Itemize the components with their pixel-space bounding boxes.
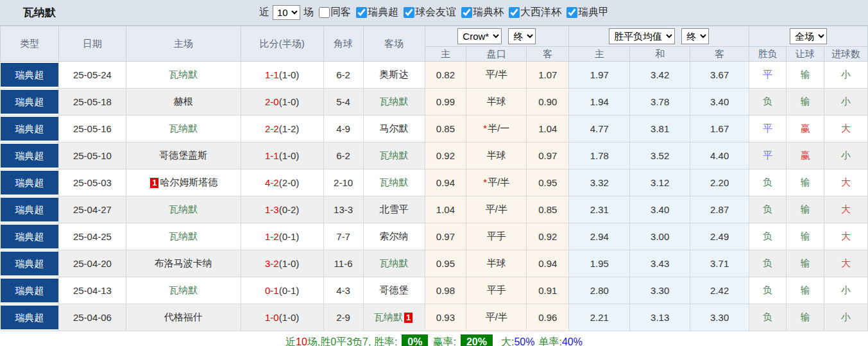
fulltime-score: 1-2: [265, 231, 279, 242]
result-group-header: 全场: [749, 26, 868, 47]
table-row: 瑞典超 25-05-18 赫根 2-0(1-0) 5-4 瓦纳默 0.99 半球…: [1, 89, 868, 116]
europe-home-odds-cell: 1.97: [569, 62, 630, 89]
team-name-link[interactable]: 瓦纳默: [380, 150, 409, 160]
team-name-link[interactable]: 瓦纳默: [380, 177, 409, 187]
europe-home-odds-cell: 2.21: [569, 304, 630, 331]
asian-home-odds-cell: 0.99: [425, 89, 466, 116]
europe-draw-odds-cell: 3.00: [630, 223, 690, 250]
club-friendly-checkbox[interactable]: [404, 7, 414, 18]
result-text: 大: [841, 177, 851, 187]
corners-cell: 13-3: [323, 196, 363, 223]
date-cell: 25-05-24: [58, 62, 126, 89]
europe-company-select[interactable]: 胜平负均值: [609, 28, 675, 44]
result-text: 大: [841, 230, 851, 241]
team-name-link[interactable]: 哥德堡盖斯: [159, 150, 207, 160]
team-name-link[interactable]: 奥斯达: [380, 69, 409, 80]
team-name-link[interactable]: 瓦纳默: [169, 203, 198, 214]
team-name-link[interactable]: 瓦纳默: [380, 257, 409, 268]
atlantic-cup-checkbox[interactable]: [509, 7, 520, 18]
handicap-cell: *半/一: [466, 116, 527, 143]
team-name-link[interactable]: 瓦纳默: [374, 311, 403, 322]
outcome-cell: 负: [749, 89, 787, 116]
team-name-link[interactable]: 瓦纳默: [169, 230, 198, 241]
subheader-europe-away: 客: [690, 47, 749, 62]
team-name-link[interactable]: 布洛马波卡纳: [155, 257, 212, 268]
handicap-result-cell: 输: [787, 169, 824, 196]
summary-near-label: 近: [285, 336, 296, 346]
league-cell: 瑞典超: [1, 143, 59, 169]
team-name-link[interactable]: 瓦纳默: [169, 69, 198, 80]
team-name-link[interactable]: 赫根: [174, 96, 193, 107]
toolbar-controls: 近 10 场 同客 瑞典超 球会友谊 瑞典杯 大西洋杯: [259, 5, 609, 20]
date-cell: 25-04-06: [58, 304, 126, 331]
halftime-score: (2-0): [279, 177, 300, 188]
asian-home-odds-cell: 0.92: [425, 143, 466, 169]
team-name-link[interactable]: 瓦纳默: [169, 284, 198, 295]
asian-time-select[interactable]: 终: [508, 28, 536, 44]
goals-cell: 小: [824, 277, 868, 304]
europe-draw-odds-cell: 3.42: [630, 62, 690, 89]
asian-company-select[interactable]: Crow*: [457, 28, 502, 44]
team-name-link[interactable]: 代格福什: [164, 311, 203, 322]
handicap-result-cell: 输: [787, 250, 824, 277]
corners-cell: 6-2: [323, 143, 363, 169]
same-away-checkbox[interactable]: [319, 7, 330, 18]
goals-cell: 小: [824, 62, 868, 89]
asian-home-odds-cell: 0.93: [425, 304, 466, 331]
outcome-cell: 负: [749, 250, 787, 277]
corners-cell: 4-3: [323, 277, 363, 304]
single-rate-value: 40%: [562, 336, 583, 346]
asian-away-odds-cell: 0.94: [527, 250, 569, 277]
league-badge: 瑞典超: [1, 171, 58, 195]
europe-away-odds-cell: 3.40: [690, 89, 749, 116]
league-badge: 瑞典超: [1, 198, 58, 221]
team-name-link[interactable]: 索尔纳: [380, 230, 409, 241]
table-row: 瑞典超 25-04-13 瓦纳默 0-1(0-1) 4-3 哥德堡 0.98 平…: [1, 277, 868, 304]
filter-club-friendly: 球会友谊: [400, 6, 456, 19]
europe-away-odds-cell: 2.20: [690, 169, 749, 196]
subheader-handicap: 盘口: [466, 47, 527, 62]
result-text: 输: [801, 177, 810, 187]
score-cell: 3-2(1-0): [241, 250, 323, 277]
result-text: 负: [763, 284, 772, 295]
result-text: 输: [801, 203, 810, 214]
result-scope-select[interactable]: 全场: [790, 28, 827, 44]
team-name-link[interactable]: 北雪平: [380, 203, 409, 214]
superettan-checkbox[interactable]: [566, 7, 577, 18]
europe-home-odds-cell: 1.78: [569, 143, 630, 169]
match-history-panel: 瓦纳默 近 10 场 同客 瑞典超 球会友谊 瑞典杯 大西: [0, 0, 868, 346]
filter-label: 大西洋杯: [520, 6, 561, 19]
corners-cell: 7-7: [323, 223, 363, 250]
team-name-link[interactable]: 瓦纳默: [169, 123, 198, 134]
swedish-cup-checkbox[interactable]: [461, 7, 472, 18]
team-name-link[interactable]: 瓦纳默: [380, 96, 409, 107]
goals-cell: 大: [824, 116, 868, 143]
fulltime-score: 2-0: [265, 96, 279, 107]
result-text: 小: [841, 311, 851, 322]
europe-away-odds-cell: 3.67: [690, 62, 749, 89]
subheader-europe-home: 主: [569, 47, 630, 62]
europe-home-odds-cell: 4.77: [569, 116, 630, 143]
fulltime-score: 3-2: [265, 258, 279, 269]
league-cell: 瑞典超: [1, 89, 59, 116]
europe-time-select[interactable]: 终: [681, 28, 709, 44]
home-team-cell: 瓦纳默: [126, 277, 241, 304]
fulltime-score: 1-1: [265, 69, 279, 80]
away-team-cell: 瓦纳默: [363, 89, 425, 116]
europe-draw-odds-cell: 3.78: [630, 89, 690, 116]
europe-away-odds-cell: 3.71: [690, 250, 749, 277]
col-header-score: 比分(半场): [241, 26, 323, 62]
team-name-link[interactable]: 哈尔姆斯塔德: [160, 177, 217, 187]
score-cell: 1-2(0-1): [241, 223, 323, 250]
recent-count-select[interactable]: 10: [273, 5, 300, 20]
team-name-link[interactable]: 马尔默: [380, 123, 409, 134]
asian-away-odds-cell: 1.04: [527, 116, 569, 143]
allsvenskan-checkbox[interactable]: [356, 7, 367, 18]
asian-home-odds-cell: 0.82: [425, 62, 466, 89]
team-name-link[interactable]: 哥德堡: [380, 284, 409, 295]
result-text: 输: [801, 311, 810, 322]
halftime-score: (1-0): [279, 150, 300, 161]
asian-away-odds-cell: 0.95: [527, 169, 569, 196]
summary-record-text: 场,胜0平3负7, 胜率:: [307, 336, 397, 346]
away-team-cell: 瓦纳默1: [363, 304, 425, 331]
